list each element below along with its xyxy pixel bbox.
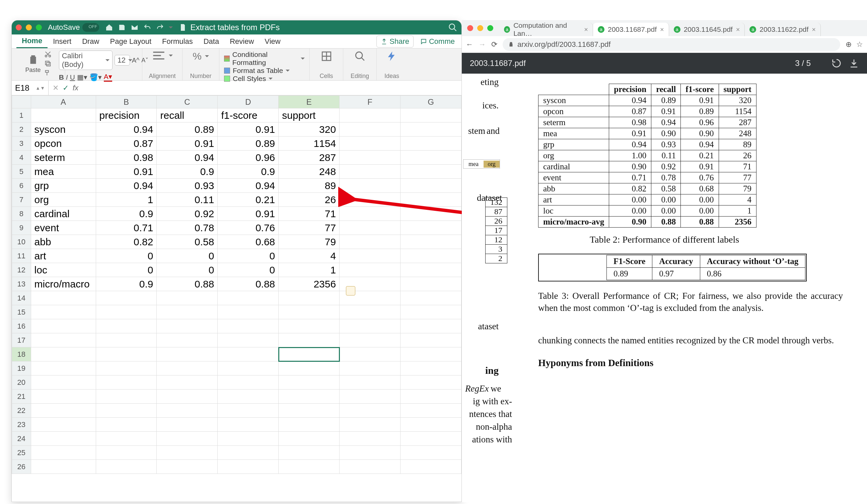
paste-options-icon[interactable] [346, 286, 355, 296]
cell[interactable]: event [31, 221, 96, 235]
col-header[interactable]: A [31, 96, 96, 108]
row-header[interactable]: 26 [12, 460, 31, 474]
cell[interactable] [400, 193, 461, 207]
cell[interactable] [31, 319, 96, 333]
cell[interactable]: 0 [157, 263, 218, 277]
cell[interactable] [340, 122, 400, 136]
cell[interactable] [340, 460, 400, 474]
italic-button[interactable]: I [66, 73, 68, 81]
row-header[interactable]: 2 [12, 122, 31, 136]
cell[interactable] [218, 404, 279, 418]
col-header[interactable]: B [96, 96, 157, 108]
browser-toolbar[interactable]: ← → ⟳ arxiv.org/pdf/2003.11687.pdf ⊕ ☆ [462, 36, 867, 53]
underline-button[interactable]: U [70, 73, 75, 81]
cell[interactable] [400, 319, 461, 333]
cell[interactable] [340, 249, 400, 263]
tab-formulas[interactable]: Formulas [157, 35, 198, 48]
cell[interactable]: opcon [31, 136, 96, 151]
cell[interactable]: 0.71 [96, 221, 157, 235]
cell[interactable] [218, 375, 279, 390]
cell[interactable]: syscon [31, 122, 96, 136]
cell[interactable]: f1-score [218, 108, 279, 122]
cell[interactable] [96, 432, 157, 446]
cell[interactable]: mea [31, 165, 96, 179]
format-as-table-button[interactable]: Format as Table [224, 67, 290, 75]
cell[interactable]: 0.93 [157, 179, 218, 193]
col-header[interactable]: G [400, 96, 461, 108]
cell[interactable] [400, 390, 461, 404]
row-header[interactable]: 4 [12, 151, 31, 165]
cell[interactable] [340, 375, 400, 390]
cell[interactable] [340, 446, 400, 460]
cell[interactable]: 0 [218, 249, 279, 263]
autosave-toggle[interactable]: AutoSave [48, 23, 99, 32]
save-icon[interactable] [118, 23, 126, 32]
cell[interactable] [400, 122, 461, 136]
fill-color-button[interactable]: 🪣▾ [89, 73, 102, 81]
cell[interactable] [400, 432, 461, 446]
format-painter-icon[interactable] [44, 69, 52, 77]
font-name-select[interactable]: Calibri (Body) [59, 51, 113, 70]
cell[interactable] [279, 432, 340, 446]
row-header[interactable]: 6 [12, 179, 31, 193]
cell[interactable] [157, 390, 218, 404]
cell[interactable] [400, 277, 461, 291]
cell[interactable] [279, 347, 340, 361]
cell[interactable] [279, 460, 340, 474]
percent-icon[interactable]: % [193, 51, 202, 62]
copy-icon[interactable] [44, 60, 52, 67]
cell[interactable] [400, 375, 461, 390]
cell[interactable]: 0.9 [96, 277, 157, 291]
conditional-formatting-button[interactable]: Conditional Formatting [224, 51, 305, 67]
cell[interactable] [31, 404, 96, 418]
cell[interactable] [218, 347, 279, 361]
cell[interactable]: 320 [279, 122, 340, 136]
col-header[interactable]: E [279, 96, 340, 108]
cell[interactable] [279, 375, 340, 390]
cell[interactable]: 71 [279, 207, 340, 221]
cell[interactable]: micro/macro [31, 277, 96, 291]
cell[interactable] [400, 165, 461, 179]
cell[interactable]: 0.94 [96, 179, 157, 193]
row-header[interactable]: 22 [12, 404, 31, 418]
cell[interactable] [340, 418, 400, 432]
cell[interactable]: 0.88 [218, 277, 279, 291]
cell[interactable]: abb [31, 235, 96, 249]
col-header[interactable]: C [157, 96, 218, 108]
cell[interactable] [218, 319, 279, 333]
cell[interactable]: 89 [279, 179, 340, 193]
row-header[interactable]: 1 [12, 108, 31, 122]
minimize-icon[interactable] [26, 24, 32, 31]
cell[interactable]: recall [157, 108, 218, 122]
comments-button[interactable]: Comme [418, 36, 457, 47]
cell[interactable] [96, 460, 157, 474]
cell[interactable] [340, 305, 400, 319]
cell[interactable] [400, 151, 461, 165]
cell[interactable]: 0 [157, 249, 218, 263]
align-icon[interactable] [152, 51, 165, 61]
cell[interactable]: 287 [279, 151, 340, 165]
cell[interactable]: 0.94 [96, 122, 157, 136]
tab-review[interactable]: Review [224, 35, 259, 48]
cell[interactable] [400, 446, 461, 460]
row-header[interactable]: 5 [12, 165, 31, 179]
cell[interactable]: 0.98 [96, 151, 157, 165]
name-box[interactable]: E18▲▼ [12, 81, 49, 95]
row-header[interactable]: 17 [12, 333, 31, 347]
cell[interactable] [157, 319, 218, 333]
cell[interactable] [340, 404, 400, 418]
cell[interactable] [157, 432, 218, 446]
cell[interactable] [340, 333, 400, 347]
editing-button[interactable] [354, 51, 366, 62]
cell[interactable] [31, 418, 96, 432]
cell[interactable] [279, 404, 340, 418]
cell[interactable]: 2356 [279, 277, 340, 291]
cell[interactable] [96, 390, 157, 404]
cell[interactable]: 0.68 [218, 235, 279, 249]
cell[interactable] [31, 446, 96, 460]
font-color-button[interactable]: A▾ [104, 73, 112, 82]
cell[interactable] [400, 263, 461, 277]
cell[interactable]: 0.89 [157, 122, 218, 136]
cell[interactable] [400, 136, 461, 151]
cell[interactable] [31, 305, 96, 319]
